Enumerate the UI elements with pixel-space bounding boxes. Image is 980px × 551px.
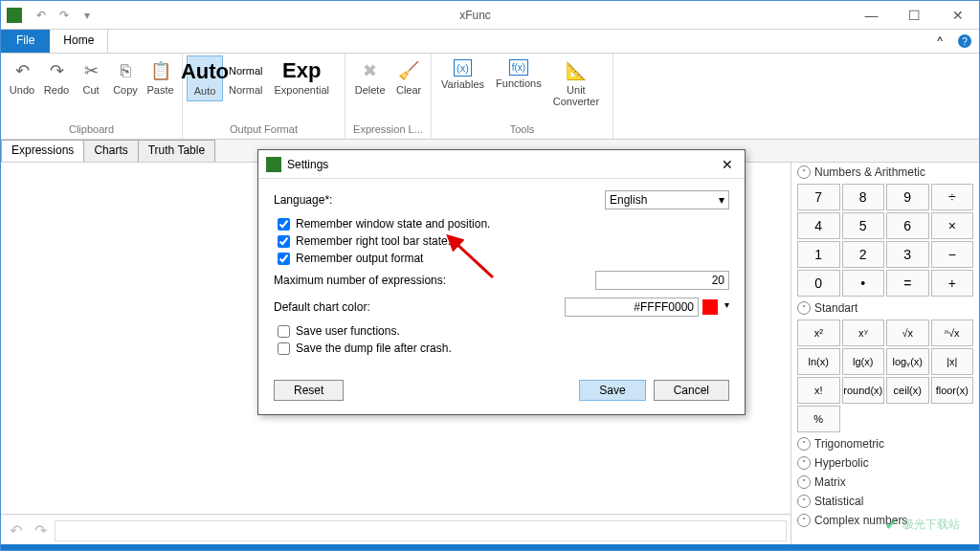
key-button[interactable]: 8 [842,184,885,210]
copy-button[interactable]: ⎘Copy [108,55,143,99]
file-tab[interactable]: File [1,30,50,53]
tab-truth-table[interactable]: Truth Table [138,140,215,162]
normal-format-button[interactable]: NormalNormal [223,55,268,99]
tab-charts[interactable]: Charts [83,140,138,162]
window-title: xFunc [100,9,850,22]
minimize-button[interactable]: — [850,2,893,29]
key-button[interactable]: 7 [797,184,840,210]
tab-expressions[interactable]: Expressions [1,140,84,162]
redo-button[interactable]: ↷Redo [39,55,74,99]
undo-icon[interactable]: ↶ [5,520,26,541]
remember-output-checkbox[interactable]: Remember output format [278,252,729,265]
maximize-button[interactable]: ☐ [893,2,936,29]
key-button[interactable]: 9 [886,184,929,210]
undo-button[interactable]: ↶Undo [5,55,39,99]
key-button[interactable]: ÷ [931,184,974,210]
language-select[interactable]: English▾ [605,190,729,209]
redo-icon[interactable]: ↷ [30,520,51,541]
section-header[interactable]: ˅Trigonometric [791,434,979,453]
section-header[interactable]: ˅Hyperbolic [791,453,979,473]
redo-icon[interactable]: ↷ [55,6,74,25]
home-tab[interactable]: Home [50,30,108,53]
key-button[interactable]: 4 [797,212,840,239]
save-dump-checkbox[interactable]: Save the dump file after crash. [278,342,729,355]
expression-input[interactable] [55,520,787,541]
redo-icon: ↷ [45,59,68,82]
unit-converter-button[interactable]: 📐Unit Converter [547,55,605,111]
key-button[interactable]: ⁿ√x [931,320,974,346]
key-button[interactable]: 0 [797,270,840,297]
key-button[interactable]: round(x) [842,377,885,404]
dialog-titlebar[interactable]: Settings ✕ [258,150,745,179]
key-button[interactable]: = [886,270,929,297]
qat-dropdown-icon[interactable]: ▾ [78,6,97,25]
close-icon[interactable]: ✕ [718,157,737,172]
chevron-up-icon: ˄ [797,165,811,179]
cancel-button[interactable]: Cancel [654,380,729,401]
undo-icon[interactable]: ↶ [32,6,51,25]
cut-button[interactable]: ✂Cut [74,55,108,99]
normal-icon: Normal [234,59,257,82]
clear-button[interactable]: 🧹Clear [390,55,427,99]
key-button[interactable]: ln(x) [797,348,840,375]
titlebar: ↶ ↷ ▾ xFunc — ☐ ✕ [1,1,979,30]
key-button[interactable]: |x| [931,348,974,375]
section-header[interactable]: ˅Matrix [791,473,979,492]
key-button[interactable]: − [931,241,974,268]
key-button[interactable]: % [797,406,840,432]
standart-grid: x²xʸ√xⁿ√xln(x)lg(x)logᵧ(x)|x|x!round(x)c… [791,318,979,434]
color-swatch[interactable] [702,299,718,315]
paste-button[interactable]: 📋Paste [143,55,178,99]
language-label: Language*: [274,193,605,207]
key-button[interactable]: ceil(x) [886,377,929,404]
delete-button[interactable]: ✖Delete [349,55,390,99]
key-button[interactable]: floor(x) [931,377,974,404]
key-button[interactable]: 5 [842,212,885,239]
variables-icon: (x) [454,59,472,77]
group-label: Tools [435,123,609,137]
help-button[interactable]: ? [950,30,979,53]
variables-button[interactable]: (x)Variables [435,55,490,94]
ribbon-collapse[interactable]: ^ [929,30,950,53]
key-button[interactable]: √x [886,320,929,346]
auto-format-button[interactable]: AutoAuto [187,55,223,101]
key-button[interactable]: 2 [842,241,885,268]
key-button[interactable]: logᵧ(x) [886,348,929,375]
remember-toolbar-checkbox[interactable]: Remember right tool bar state. [278,234,729,248]
key-button[interactable]: 3 [886,241,929,268]
ribbon: ↶Undo ↷Redo ✂Cut ⎘Copy 📋Paste Clipboard … [1,54,979,140]
chevron-down-icon: ˅ [797,495,811,508]
max-expressions-input[interactable] [595,271,729,290]
remember-window-checkbox[interactable]: Remember window state and position. [278,217,729,231]
delete-icon: ✖ [359,59,382,82]
section-standart[interactable]: ˄Standart [791,298,979,318]
help-icon: ? [958,34,971,48]
key-button[interactable]: + [931,270,974,297]
key-button[interactable]: x² [797,320,840,346]
functions-button[interactable]: f(x)Functions [490,55,547,93]
section-header[interactable]: ˅Statistical [791,492,979,511]
key-button[interactable]: lg(x) [842,348,885,375]
key-button[interactable]: x! [797,377,840,404]
paste-icon: 📋 [149,59,172,82]
key-button[interactable]: 6 [886,212,929,239]
menubar: File Home ^ ? [1,30,979,54]
chart-color-input[interactable] [565,298,699,317]
expression-input-strip: ↶ ↷ [1,514,791,546]
save-functions-checkbox[interactable]: Save user functions. [278,324,729,338]
group-label: Clipboard [5,123,178,137]
auto-icon: Auto [193,60,216,83]
key-button[interactable]: xʸ [842,320,885,346]
section-numbers[interactable]: ˄Numbers & Arithmetic [791,163,979,182]
key-button[interactable]: 1 [797,241,840,268]
key-button[interactable]: • [842,270,885,297]
key-button[interactable]: × [931,212,974,239]
exp-format-button[interactable]: ExpExponential [268,55,335,99]
save-button[interactable]: Save [579,380,645,401]
close-button[interactable]: ✕ [936,2,979,29]
scissors-icon: ✂ [79,59,102,82]
calculator-panel: ˄Numbers & Arithmetic 789÷456×123−0•=+ ˄… [791,163,979,546]
reset-button[interactable]: Reset [274,380,344,401]
app-icon [7,8,22,23]
chevron-down-icon: ˅ [797,456,811,470]
